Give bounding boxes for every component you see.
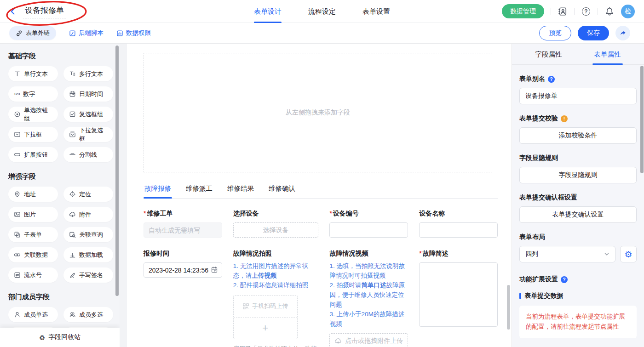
step-tab-confirm[interactable]: 维修确认 [268,184,296,198]
visibility-rules-button[interactable]: 字段显隐规则 [519,167,637,183]
field-label: 故障情况视频 [329,250,368,258]
fault-desc-textarea[interactable] [419,262,498,327]
multi-select-icon [69,131,76,138]
field-recycle-bin[interactable]: ♻ 字段回收站 [0,328,120,347]
tab-flow-setting[interactable]: 流程设定 [308,0,336,23]
device-no-input[interactable] [329,222,408,238]
single-line-text-icon [14,70,21,77]
body: 基础字段 单行文本 多行文本 123 数字 日期时间 [0,44,644,347]
help-badge-icon[interactable]: ? [561,276,568,283]
gear-icon: ⚙ [624,250,632,259]
field-repair-time: 报修时间 [144,250,222,278]
divider [574,8,575,15]
permission-icon [116,30,123,37]
scan-upload-button[interactable]: 手机扫码上传 [234,296,297,318]
address-icon [14,191,21,198]
field-pill-select[interactable]: 下拉框 [8,127,58,142]
add-validation-button[interactable]: 添加校验条件 [519,127,637,144]
field-pill-attachment[interactable]: 附件 [63,207,113,222]
tab-form-setting[interactable]: 表单设置 [362,0,390,23]
device-name-input[interactable] [419,222,498,238]
field-pill-linked-query[interactable]: 关联查询 [63,227,113,242]
form-alias-input[interactable] [519,88,637,104]
data-manage-button[interactable]: 数据管理 [502,4,544,18]
step-tab-dispatch[interactable]: 维修派工 [185,184,213,198]
step-tab-fault-report[interactable]: 故障报修 [144,184,172,198]
add-photo-button[interactable]: + [234,318,297,339]
field-pill-number[interactable]: 123 数字 [8,86,58,102]
preview-button[interactable]: 预览 [539,26,571,40]
step-tab-result[interactable]: 维修结果 [226,184,255,198]
save-button[interactable]: 保存 [578,26,609,40]
contacts-icon[interactable] [558,6,568,17]
notification-bell-icon[interactable] [604,6,615,17]
field-pill-signature[interactable]: 手写签名 [63,267,113,283]
field-pill-datetime[interactable]: 日期时间 [63,86,113,102]
field-pill-serial-number[interactable]: 流水号 [8,267,58,283]
field-pill-extend-button[interactable]: 扩展按钮 [8,147,58,162]
canvas-scrollbar[interactable] [507,285,510,330]
field-pill-checkbox-group[interactable]: 复选框组 [63,107,113,122]
divider [551,8,551,15]
field-label: 报修时间 [144,250,169,258]
sidebar-scrollbar[interactable] [115,46,119,296]
field-pill-address[interactable]: 地址 [8,187,58,202]
share-arrow-icon [619,29,627,37]
calendar-icon [211,266,218,273]
tab-field-properties[interactable]: 字段属性 [535,44,563,64]
field-pill-member-multi[interactable]: 成员多选 [63,307,113,322]
linked-query-icon [69,231,76,238]
recycle-icon: ♻ [39,334,45,341]
tab-form-properties[interactable]: 表单属性 [593,44,622,64]
select-device-button[interactable]: 选择设备 [233,222,319,238]
form-designer-page: 设备报修单 表单设计 流程设定 表单设置 数据管理 ? [0,0,644,347]
canvas-step-tabs: 故障报修 维修派工 维修结果 维修确认 [144,184,498,199]
field-pill-multi-select[interactable]: 下拉复选框 [63,127,113,142]
attach-upload-button[interactable]: 点击或拖拽附件上传 [329,333,408,347]
field-fault-video: 故障情况视频 1. 选填，当拍照无法说明故障情况时可拍摄视频 2. 拍摄时请简单… [329,250,408,347]
field-pill-subform[interactable]: 子表单 [8,227,58,242]
field-pill-linked-data[interactable]: 关联数据 [8,247,58,262]
confirm-box-button[interactable]: 表单提交确认设置 [519,206,637,223]
canvas-gutter [120,44,127,347]
data-permission-button[interactable]: 数据权限 [116,29,151,37]
plus-icon: + [262,322,268,334]
field-pill-divider[interactable]: 分割线 [63,147,113,162]
form-external-link-button[interactable]: 表单外链 [9,26,56,40]
field-pill-multi-line-text[interactable]: 多行文本 [63,66,113,81]
flow-form-warning-text: 当前为流程表单，表单提交功能扩展的配置，请前往流程发起节点属性 [526,313,625,330]
field-pill-radio-group[interactable]: 单选按钮组 [8,107,58,122]
sub-toolbar: 表单外链 后端脚本 数据权限 预览 保存 [0,23,644,44]
field-pill-data-load[interactable]: 数据加载 [63,247,113,262]
properties-tabs: 字段属性 表单属性 [512,44,644,65]
chevron-down-icon [604,251,610,257]
field-pill-single-line-text[interactable]: 单行文本 [8,66,58,81]
visibility-rules-label: 字段显隐规则 [519,154,558,162]
user-avatar[interactable]: 检 [621,5,635,18]
layout-settings-button[interactable]: ⚙ [620,246,637,262]
field-pill-locate[interactable]: 定位 [63,187,113,202]
field-label: 设备编号 [333,210,359,218]
drop-zone[interactable]: 从左侧拖拽来添加字段 [144,53,492,172]
repair-order-input[interactable] [144,222,222,238]
properties-scrollbar[interactable] [640,66,644,173]
divider [598,8,598,15]
field-fault-photo: 故障情况拍照 1. 无法用图片描述的异常状态，请上传视频 2. 配件损坏信息请详… [233,250,319,347]
submit-validation-label: 表单提交校验 [519,114,558,123]
help-icon[interactable]: ? [581,6,591,17]
help-badge-icon[interactable]: ? [548,76,555,83]
field-device-no: * 设备编号 [329,210,408,238]
tab-form-design[interactable]: 表单设计 [254,0,282,23]
canvas-wrap: 从左侧拖拽来添加字段 故障报修 维修派工 维修结果 维修确认 * 维修工单 [120,44,512,347]
enhanced-fields-grid: 地址 定位 图片 附件 子表单 [8,187,113,283]
field-pill-member-single[interactable]: 成员单选 [8,307,58,322]
field-pill-image[interactable]: 图片 [8,207,58,222]
header-actions: 数据管理 ? 检 [502,4,635,18]
backend-script-button[interactable]: 后端脚本 [69,29,104,37]
photo-upload-widget: 手机扫码上传 + [233,295,298,339]
number-icon: 123 [14,91,20,97]
warning-badge-icon[interactable]: ! [561,115,568,122]
layout-select[interactable]: 四列 [519,246,615,262]
share-button[interactable] [615,26,630,40]
field-device-name: 设备名称 [419,210,498,238]
